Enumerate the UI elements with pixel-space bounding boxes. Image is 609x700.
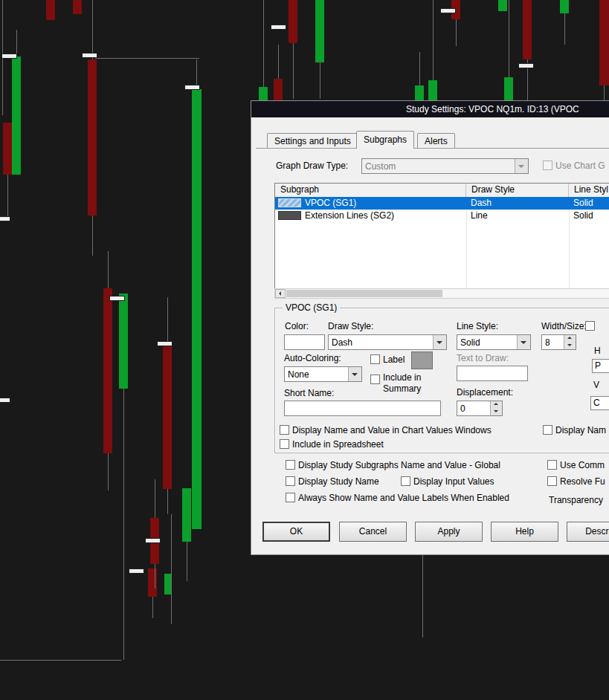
always-show-labels-checkbox[interactable]: [286, 493, 295, 502]
dialog-titlebar[interactable]: Study Settings: VPOC NQ1m. ID:13 (VPOC: [251, 101, 609, 117]
candle-wick: [92, 0, 93, 59]
display-name-chart-values-label[interactable]: Display Name and Value in Chart Values W…: [292, 426, 492, 435]
draw-style-value: Dash: [332, 337, 433, 348]
candle-wick: [92, 215, 93, 256]
color-swatch-button[interactable]: [284, 334, 325, 350]
cut-right-checkbox[interactable]: [585, 321, 595, 331]
candlestick: [428, 80, 437, 100]
display-name-cut-checkbox[interactable]: [543, 425, 552, 435]
display-subgraphs-global-checkbox[interactable]: [286, 460, 295, 470]
help-button[interactable]: Help: [491, 522, 558, 542]
candlestick: [88, 59, 97, 215]
include-in-summary-label-line2[interactable]: Summary: [383, 384, 421, 394]
vpoc-marker: [518, 63, 534, 68]
display-study-name-checkbox[interactable]: [286, 476, 295, 486]
short-name-label: Short Name:: [284, 389, 334, 398]
subgraph-draw-style: Line: [471, 210, 488, 221]
price-line: [0, 660, 121, 661]
candle-wick: [16, 30, 17, 56]
label-color-swatch-button[interactable]: [411, 351, 433, 369]
study-settings-dialog: Study Settings: VPOC NQ1m. ID:13 (VPOC S…: [251, 100, 609, 555]
display-name-chart-values-checkbox[interactable]: [280, 425, 289, 435]
include-in-spreadsheet-label[interactable]: Include in Spreadsheet: [292, 440, 384, 450]
candle-wick: [171, 514, 172, 624]
display-input-values-label[interactable]: Display Input Values: [413, 477, 494, 487]
trading-app-screen: Study Settings: VPOC NQ1m. ID:13 (VPOC S…: [0, 0, 609, 700]
displacement-stepper[interactable]: 0: [457, 401, 503, 416]
include-in-spreadsheet-checkbox[interactable]: [280, 439, 289, 449]
subgraph-line-style: Solid: [573, 210, 593, 221]
include-in-summary-label-line1[interactable]: Include in: [383, 373, 421, 383]
use-common-checkbox[interactable]: [547, 460, 557, 470]
candle-wick: [108, 251, 109, 288]
candlestick: [12, 56, 21, 175]
label-checkbox[interactable]: [370, 354, 380, 364]
candlestick: [498, 0, 507, 11]
candle-wick: [509, 0, 509, 77]
dialog-title: Study Settings: VPOC NQ1m. ID:13 (VPOC: [406, 101, 579, 117]
chevron-down-icon[interactable]: [348, 367, 361, 381]
display-name-cut-label[interactable]: Display Nam: [555, 426, 606, 435]
draw-style-select[interactable]: Dash: [328, 334, 447, 350]
include-in-summary-checkbox[interactable]: [370, 375, 380, 384]
display-subgraphs-global-label[interactable]: Display Study Subgraphs Name and Value -…: [298, 461, 500, 470]
use-common-label[interactable]: Use Comm: [560, 461, 605, 470]
spin-down-icon[interactable]: [490, 408, 502, 415]
cancel-button[interactable]: Cancel: [339, 522, 407, 542]
auto-coloring-select[interactable]: None: [284, 366, 362, 382]
candle-wick: [422, 555, 423, 638]
chevron-down-icon: [515, 159, 528, 173]
ok-button[interactable]: OK: [262, 522, 330, 542]
candle-wick: [196, 59, 197, 88]
graph-draw-type-value: Custom: [365, 161, 515, 172]
candlestick: [504, 77, 513, 100]
candlestick: [119, 294, 128, 389]
scroll-left-icon[interactable]: [275, 289, 286, 298]
label-checkbox-label[interactable]: Label: [383, 355, 405, 365]
subgraph-table-hscrollbar[interactable]: [274, 288, 609, 299]
line-style-select[interactable]: Solid: [457, 334, 531, 350]
tab-subgraphs[interactable]: Subgraphs: [356, 131, 414, 149]
scrollbar-thumb[interactable]: [286, 290, 442, 297]
chevron-down-icon[interactable]: [517, 335, 530, 349]
column-header-draw-style: Draw Style: [466, 184, 569, 197]
tab-alerts[interactable]: Alerts: [417, 133, 455, 149]
table-header: Subgraph Draw Style Line Styl: [275, 184, 609, 198]
candlestick: [259, 87, 268, 100]
width-size-stepper[interactable]: 8: [541, 334, 576, 350]
resolve-label[interactable]: Resolve Fu: [560, 477, 605, 487]
candle-wick: [456, 19, 457, 46]
display-study-name-label[interactable]: Display Study Name: [298, 477, 379, 487]
candle-wick: [123, 389, 124, 660]
candlestick: [560, 0, 569, 13]
chevron-down-icon[interactable]: [433, 335, 446, 349]
subgraph-draw-style: Dash: [471, 197, 492, 209]
auto-coloring-label: Auto-Coloring:: [284, 354, 341, 363]
vpoc-marker: [157, 341, 173, 346]
apply-button[interactable]: Apply: [415, 522, 483, 542]
vpoc-marker: [1, 54, 17, 59]
text-to-draw-label: Text to Draw:: [457, 354, 509, 363]
table-row-vpoc[interactable]: VPOC (SG1) Dash Solid: [275, 197, 609, 210]
draw-style-label: Draw Style:: [328, 322, 373, 331]
candle-wick: [604, 85, 605, 100]
cut-right-field[interactable]: C: [590, 396, 609, 410]
tab-settings-and-inputs[interactable]: Settings and Inputs: [267, 133, 358, 149]
candlestick: [599, 0, 609, 85]
candle-wick: [155, 564, 155, 589]
cut-right-field[interactable]: P: [592, 359, 609, 373]
vpoc-marker: [145, 538, 161, 543]
resolve-checkbox[interactable]: [547, 476, 557, 486]
candle-wick: [293, 43, 294, 99]
candlestick: [415, 85, 424, 100]
always-show-labels-label[interactable]: Always Show Name and Value Labels When E…: [298, 493, 509, 503]
line-style-label: Line Style:: [457, 322, 498, 331]
display-input-values-checkbox[interactable]: [401, 476, 410, 486]
spin-down-icon[interactable]: [564, 342, 576, 349]
short-name-input[interactable]: [284, 401, 441, 416]
transparency-label: Transparency: [549, 496, 603, 505]
description-button[interactable]: Descrip: [567, 522, 609, 542]
table-row-extension-lines[interactable]: Extension Lines (SG2) Line Solid: [275, 210, 609, 222]
candle-wick: [320, 62, 320, 99]
vpoc-marker: [0, 398, 10, 403]
